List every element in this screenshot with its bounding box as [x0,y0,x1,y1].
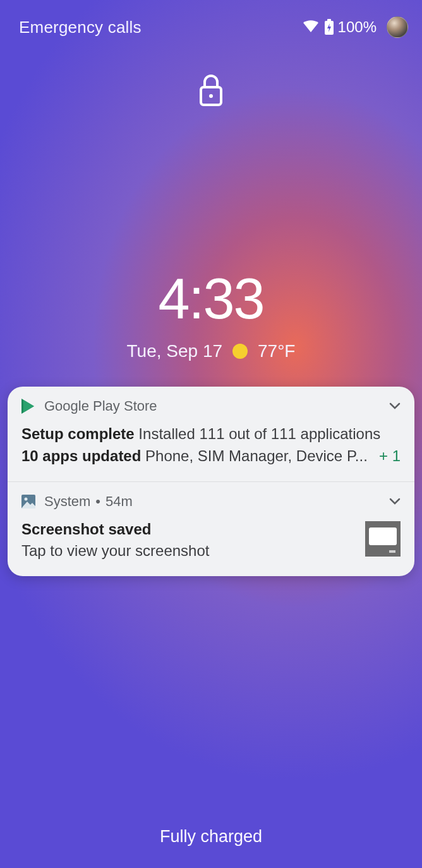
notification-title: Screenshot saved [21,519,355,541]
chevron-down-icon[interactable] [389,402,401,410]
battery-percentage: 100% [338,18,377,36]
carrier-label: Emergency calls [19,18,142,37]
screenshot-thumbnail[interactable] [365,521,401,557]
notification-shade[interactable]: Google Play Store Setup complete Install… [8,387,414,576]
sun-icon [232,344,248,359]
date-label: Tue, Sep 17 [127,341,223,361]
notification-header: System • 54m [21,493,401,510]
status-bar: Emergency calls 100% [0,11,422,43]
play-store-icon [21,399,35,414]
notification-screenshot[interactable]: System • 54m Screenshot saved Tap to vie… [8,482,414,577]
svg-point-3 [209,94,213,98]
wifi-icon [303,20,319,34]
temperature-label: 77°F [258,341,295,361]
lock-icon[interactable] [198,75,224,106]
chevron-down-icon[interactable] [389,498,401,505]
notification-time: 54m [106,493,133,510]
clock-time: 4:33 [0,270,422,327]
notification-body: Setup complete Installed 111 out of 111 … [21,423,401,467]
image-icon [21,495,35,509]
notification-app-name: System [44,493,90,510]
notification-more-count: + 1 [379,447,401,465]
svg-point-5 [25,497,28,500]
status-right: 100% [303,16,408,38]
time-separator: • [95,493,100,510]
date-weather[interactable]: Tue, Sep 17 77°F [0,341,422,361]
clock-area: 4:33 Tue, Sep 17 77°F [0,270,422,361]
notification-play-store[interactable]: Google Play Store Setup complete Install… [8,387,414,481]
notification-subtitle: Tap to view your screenshot [21,540,355,562]
charge-status: Fully charged [0,827,422,847]
notification-header: Google Play Store [21,398,401,414]
battery-charging-icon [324,19,334,35]
notification-line-1: Setup complete Installed 111 out of 111 … [21,423,401,445]
notification-body: Screenshot saved Tap to view your screen… [21,519,401,563]
user-avatar[interactable] [387,16,408,38]
svg-rect-1 [327,19,331,21]
notification-line-2: 10 apps updated Phone, SIM Manager, Devi… [21,445,375,467]
notification-app-name: Google Play Store [44,398,157,414]
